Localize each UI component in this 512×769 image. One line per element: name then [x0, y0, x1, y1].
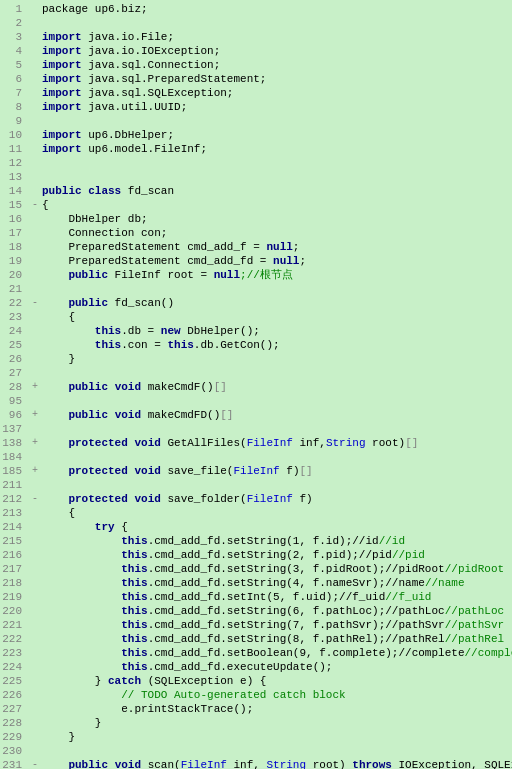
line-number: 215: [0, 534, 28, 548]
code-line: 213 {: [0, 506, 512, 520]
line-number: 212: [0, 492, 28, 506]
line-number: 138: [0, 436, 28, 450]
code-content: this.cmd_add_fd.setString(4, f.nameSvr);…: [42, 576, 512, 590]
code-line: 137: [0, 422, 512, 436]
fold-indicator[interactable]: -: [28, 492, 42, 506]
code-line: 225 } catch (SQLException e) {: [0, 674, 512, 688]
code-content: public void makeCmdFD()[]: [42, 408, 512, 422]
line-number: 28: [0, 380, 28, 394]
code-content: [42, 478, 512, 492]
line-number: 9: [0, 114, 28, 128]
line-number: 223: [0, 646, 28, 660]
fold-indicator[interactable]: -: [28, 198, 42, 212]
code-content: [42, 282, 512, 296]
fold-indicator[interactable]: +: [28, 380, 42, 394]
code-content: this.db = new DbHelper();: [42, 324, 512, 338]
line-number: 184: [0, 450, 28, 464]
code-line: 224 this.cmd_add_fd.executeUpdate();: [0, 660, 512, 674]
fold-indicator[interactable]: +: [28, 464, 42, 478]
line-number: 220: [0, 604, 28, 618]
fold-indicator[interactable]: +: [28, 408, 42, 422]
line-number: 213: [0, 506, 28, 520]
code-line: 2: [0, 16, 512, 30]
code-content: this.cmd_add_fd.setString(1, f.id);//id/…: [42, 534, 512, 548]
code-line: 215 this.cmd_add_fd.setString(1, f.id);/…: [0, 534, 512, 548]
fold-indicator[interactable]: -: [28, 758, 42, 769]
code-content: protected void GetAllFiles(FileInf inf,S…: [42, 436, 512, 450]
code-line: 20 public FileInf root = null;//根节点: [0, 268, 512, 282]
fold-indicator[interactable]: -: [28, 296, 42, 310]
line-number: 10: [0, 128, 28, 142]
line-number: 211: [0, 478, 28, 492]
code-content: this.cmd_add_fd.setBoolean(9, f.complete…: [42, 646, 512, 660]
code-line: 23 {: [0, 310, 512, 324]
line-number: 23: [0, 310, 28, 324]
line-number: 1: [0, 2, 28, 16]
code-line: 27: [0, 366, 512, 380]
code-content: public FileInf root = null;//根节点: [42, 268, 512, 282]
code-content: {: [42, 198, 512, 212]
code-line: 214 try {: [0, 520, 512, 534]
code-content: public class fd_scan: [42, 184, 512, 198]
code-content: PreparedStatement cmd_add_f = null;: [42, 240, 512, 254]
line-number: 18: [0, 240, 28, 254]
code-line: 184: [0, 450, 512, 464]
code-content: } catch (SQLException e) {: [42, 674, 512, 688]
code-line: 216 this.cmd_add_fd.setString(2, f.pid);…: [0, 548, 512, 562]
code-line: 28+ public void makeCmdF()[]: [0, 380, 512, 394]
code-content: this.cmd_add_fd.setString(7, f.pathSvr);…: [42, 618, 512, 632]
code-line: 6 import java.sql.PreparedStatement;: [0, 72, 512, 86]
code-line: 19 PreparedStatement cmd_add_fd = null;: [0, 254, 512, 268]
line-number: 218: [0, 576, 28, 590]
code-content: try {: [42, 520, 512, 534]
code-content: import java.sql.PreparedStatement;: [42, 72, 512, 86]
line-number: 11: [0, 142, 28, 156]
code-line: 16 DbHelper db;: [0, 212, 512, 226]
line-number: 13: [0, 170, 28, 184]
line-number: 185: [0, 464, 28, 478]
code-content: this.cmd_add_fd.setString(6, f.pathLoc);…: [42, 604, 512, 618]
line-number: 24: [0, 324, 28, 338]
code-content: import up6.model.FileInf;: [42, 142, 512, 156]
line-number: 4: [0, 44, 28, 58]
code-line: 18 PreparedStatement cmd_add_f = null;: [0, 240, 512, 254]
line-number: 229: [0, 730, 28, 744]
code-content: Connection con;: [42, 226, 512, 240]
code-line: 9: [0, 114, 512, 128]
code-content: {: [42, 310, 512, 324]
line-number: 7: [0, 86, 28, 100]
code-line: 26 }: [0, 352, 512, 366]
code-line: 8 import java.util.UUID;: [0, 100, 512, 114]
code-line: 185+ protected void save_file(FileInf f)…: [0, 464, 512, 478]
code-content: package up6.biz;: [42, 2, 512, 16]
code-content: [42, 450, 512, 464]
line-number: 15: [0, 198, 28, 212]
fold-indicator[interactable]: +: [28, 436, 42, 450]
code-line: 21: [0, 282, 512, 296]
code-content: // TODO Auto-generated catch block: [42, 688, 512, 702]
code-line: 95: [0, 394, 512, 408]
code-line: 13: [0, 170, 512, 184]
code-line: 221 this.cmd_add_fd.setString(7, f.pathS…: [0, 618, 512, 632]
code-content: this.cmd_add_fd.executeUpdate();: [42, 660, 512, 674]
line-number: 16: [0, 212, 28, 226]
code-line: 218 this.cmd_add_fd.setString(4, f.nameS…: [0, 576, 512, 590]
code-content: import java.sql.Connection;: [42, 58, 512, 72]
code-content: this.cmd_add_fd.setString(2, f.pid);//pi…: [42, 548, 512, 562]
line-number: 219: [0, 590, 28, 604]
code-line: 10 import up6.DbHelper;: [0, 128, 512, 142]
line-number: 227: [0, 702, 28, 716]
code-content: [42, 114, 512, 128]
code-line: 1 package up6.biz;: [0, 2, 512, 16]
code-content: import java.sql.SQLException;: [42, 86, 512, 100]
line-number: 5: [0, 58, 28, 72]
code-line: 220 this.cmd_add_fd.setString(6, f.pathL…: [0, 604, 512, 618]
code-content: public void makeCmdF()[]: [42, 380, 512, 394]
code-line: 4 import java.io.IOException;: [0, 44, 512, 58]
line-number: 231: [0, 758, 28, 769]
code-content: PreparedStatement cmd_add_fd = null;: [42, 254, 512, 268]
line-number: 25: [0, 338, 28, 352]
code-line: 17 Connection con;: [0, 226, 512, 240]
code-line: 227 e.printStackTrace();: [0, 702, 512, 716]
line-number: 95: [0, 394, 28, 408]
